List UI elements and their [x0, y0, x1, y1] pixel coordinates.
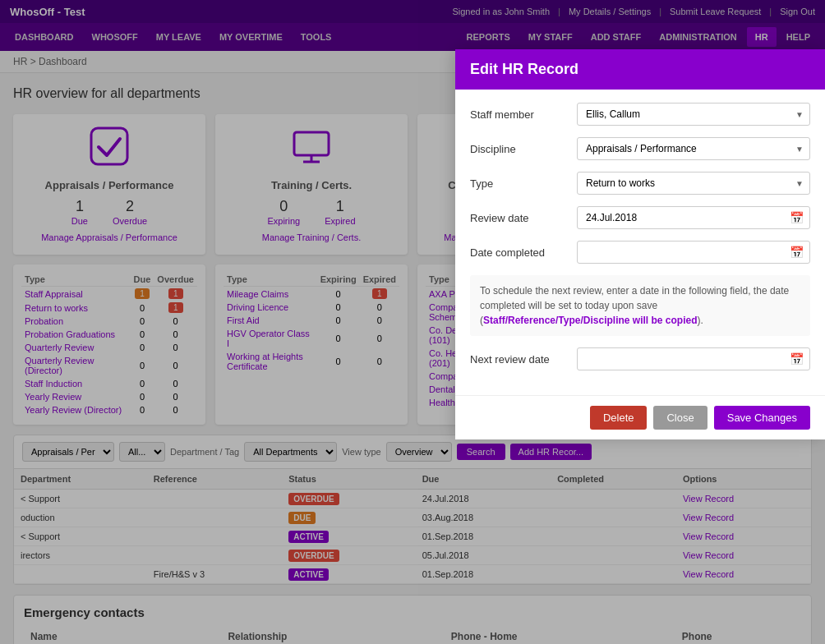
modal-body: Staff member Ellis, Callum ▼ Discipline …: [455, 90, 825, 395]
close-button[interactable]: Close: [653, 406, 707, 430]
staff-member-wrap: Ellis, Callum ▼: [577, 103, 810, 126]
staff-member-row: Staff member Ellis, Callum ▼: [470, 103, 810, 126]
calendar-icon[interactable]: 📅: [790, 352, 804, 366]
date-completed-wrap: 📅: [577, 241, 810, 264]
discipline-label: Discipline: [470, 143, 577, 155]
edit-hr-record-modal: Edit HR Record Staff member Ellis, Callu…: [455, 49, 825, 439]
next-review-label: Next review date: [470, 353, 577, 366]
date-completed-input[interactable]: [577, 241, 810, 264]
modal-overlay: Edit HR Record Staff member Ellis, Callu…: [0, 0, 825, 644]
modal-title: Edit HR Record: [470, 61, 578, 77]
date-completed-label: Date completed: [470, 246, 577, 259]
next-review-row: Next review date 📅: [470, 347, 810, 370]
type-row: Type Return to works ▼: [470, 172, 810, 195]
discipline-select[interactable]: Appraisals / Performance: [577, 137, 810, 160]
review-date-label: Review date: [470, 212, 577, 224]
info-text: To schedule the next review, enter a dat…: [470, 275, 810, 336]
staff-member-label: Staff member: [470, 108, 577, 121]
calendar-icon[interactable]: 📅: [790, 211, 804, 224]
next-review-date-input[interactable]: [577, 347, 810, 370]
discipline-row: Discipline Appraisals / Performance ▼: [470, 137, 810, 160]
delete-button[interactable]: Delete: [590, 406, 648, 430]
review-date-row: Review date 📅: [470, 206, 810, 229]
review-date-wrap: 📅: [577, 206, 810, 229]
modal-footer: Delete Close Save Changes: [455, 395, 825, 439]
modal-header: Edit HR Record: [455, 49, 825, 90]
review-date-input[interactable]: [577, 206, 810, 229]
date-completed-row: Date completed 📅: [470, 241, 810, 264]
type-wrap: Return to works ▼: [577, 172, 810, 195]
next-review-wrap: 📅: [577, 347, 810, 370]
discipline-wrap: Appraisals / Performance ▼: [577, 137, 810, 160]
type-select[interactable]: Return to works: [577, 172, 810, 195]
type-label: Type: [470, 177, 577, 190]
calendar-icon[interactable]: 📅: [790, 246, 804, 259]
staff-member-select[interactable]: Ellis, Callum: [577, 103, 810, 126]
save-changes-button[interactable]: Save Changes: [714, 406, 810, 430]
